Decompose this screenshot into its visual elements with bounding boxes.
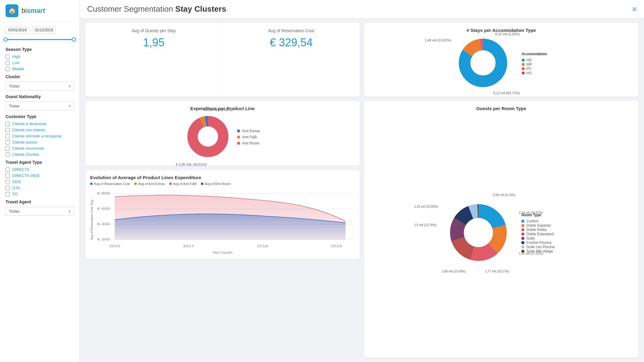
expenditure-legend: Amt Extras Amt F&B Amt Room	[237, 129, 260, 145]
legend-reservation-cost: Avg of Reservation Cost	[90, 182, 130, 186]
main-header: Customer Segmentation Stay Clusters ≡	[80, 0, 644, 18]
legend-avg-room: Avg of Amt Room	[201, 182, 231, 186]
checkbox-cliente-dormido-input[interactable]	[6, 134, 10, 138]
checkbox-cliente-zombie-label[interactable]: Cliente Zombie	[12, 152, 39, 157]
legend-doble-superior: Doble Superior	[521, 223, 554, 228]
evolution-chart-area: Avg of Reservation Cost, Avg...	[90, 187, 355, 250]
checkbox-high: High	[6, 54, 74, 59]
expenditure-card: Expenditure per Product Line € 0,09 mill…	[85, 101, 360, 166]
exp-label-extras: € 0,09 mill. (2,48%)	[203, 108, 232, 112]
home-icon[interactable]: 🏠	[6, 4, 18, 17]
checkbox-gds-label[interactable]: GDS	[12, 179, 21, 184]
checkbox-middle-label[interactable]: Middle	[12, 67, 24, 71]
kpi-guests-value: 1,95	[88, 36, 219, 49]
checkbox-to: TO	[6, 192, 74, 196]
room-label-confort-piscina: 1,15 mil (10,55%)	[414, 205, 438, 208]
svg-point-8	[198, 127, 218, 146]
checkbox-cliente-interes-input[interactable]	[6, 128, 10, 132]
cluster-arrow-icon: ▾	[69, 84, 71, 88]
checkbox-ota: OTA	[6, 186, 74, 190]
date-start[interactable]: 02/01/2016	[6, 27, 29, 33]
checkbox-cliente-dormido-label[interactable]: Cliente dormido a recuperar	[12, 134, 62, 138]
accom-label-1: 0,22 mil (2,02%)	[495, 32, 520, 36]
legend-fb: Amt F&B	[237, 135, 260, 139]
checkbox-low: Low	[6, 60, 74, 65]
expenditure-chart-wrap: € 0,09 mill. (2,48%) € 3,36 mill. (93,61…	[90, 114, 355, 161]
svg-point-4	[471, 51, 495, 75]
cluster-value: Todas	[9, 84, 20, 88]
kpi-reservation-label: Avg of Reservation Cost	[226, 28, 357, 33]
checkbox-cliente-interes-label[interactable]: Cliente con interés	[12, 128, 45, 132]
checkbox-cliente-dinamizar-label[interactable]: Cliente a dinamizar	[12, 121, 46, 126]
checkbox-middle-input[interactable]	[6, 67, 10, 71]
season-type-title: Season Type	[6, 47, 74, 52]
checkbox-cliente-zombie: Cliente Zombie	[6, 152, 74, 157]
checkbox-cliente-zombie-input[interactable]	[6, 152, 10, 157]
checkbox-directa-web-label[interactable]: DIRECTA WEB	[12, 173, 40, 178]
accommodation-donut	[455, 35, 511, 90]
checkbox-directa-web-input[interactable]	[6, 174, 10, 178]
cluster-dropdown[interactable]: Todas ▾	[6, 82, 74, 90]
checkbox-to-label[interactable]: TO	[12, 192, 18, 196]
expenditure-donut	[185, 114, 231, 160]
room-label-doble-superior: 1,91 mil (17,51%)	[519, 252, 543, 255]
checkbox-ota-label[interactable]: OTA	[12, 186, 20, 190]
page-title-normal: Customer Segmentation	[87, 4, 175, 13]
svg-text:2019: 2019	[331, 244, 342, 248]
kpi-reservation: Avg of Reservation Cost € 329,54	[223, 23, 360, 97]
checkbox-high-label[interactable]: High	[12, 54, 21, 59]
checkbox-directa-label[interactable]: DIRECTA	[12, 167, 29, 172]
hamburger-menu-icon[interactable]: ≡	[632, 5, 637, 13]
svg-text:€ 400: € 400	[97, 222, 110, 226]
travel-agent-arrow-icon: ▾	[69, 209, 71, 214]
svg-text:2017: 2017	[183, 244, 194, 248]
travel-agent-value: Todas	[9, 209, 20, 214]
area-chart-svg: € 200 € 400 € 600 € 800	[96, 187, 355, 249]
date-slider[interactable]	[6, 37, 74, 43]
checkbox-cliente-pasivo-label[interactable]: Cliente pasivo	[12, 140, 37, 144]
room-label-suite: 1,5 mil (13,76%)	[414, 223, 436, 227]
checkbox-cliente-dormido: Cliente dormido a recuperar	[6, 134, 74, 138]
checkbox-gds-input[interactable]	[6, 180, 10, 184]
page-title: Customer Segmentation Stay Clusters	[87, 4, 226, 14]
sidebar-content: 02/01/2016 31/12/2019 Season Type High L…	[0, 22, 79, 362]
legend-doble-estandard: Doble Estandard	[521, 232, 554, 236]
checkbox-cliente-recurrente-label[interactable]: Cliente recurrente	[12, 146, 44, 151]
logo-smart: smart	[27, 7, 45, 14]
legend-hd: HD	[522, 58, 547, 62]
evolution-card: Evolution of Average of Product Lines Ex…	[85, 170, 360, 259]
logo-text: bismart	[21, 7, 45, 15]
y-axis-label: Avg of Reservation Cost, Avg...	[90, 187, 96, 250]
evolution-title: Evolution of Average of Product Lines Ex…	[90, 175, 355, 180]
travel-agent-dropdown[interactable]: Todas ▾	[6, 207, 74, 216]
checkbox-directa-web: DIRECTA WEB	[6, 173, 74, 178]
checkbox-cliente-dinamizar-input[interactable]	[6, 122, 10, 126]
checkbox-cliente-recurrente: Cliente recurrente	[6, 146, 74, 151]
sidebar: 🏠 bismart 02/01/2016 31/12/2019 Season T…	[0, 0, 80, 362]
date-end[interactable]: 31/12/2019	[32, 27, 56, 33]
guest-nationality-arrow-icon: ▾	[69, 104, 71, 108]
svg-text:2016: 2016	[109, 244, 121, 248]
main-body: Avg of Guests per Stay 1,95 Avg of Reser…	[80, 18, 644, 362]
legend-doble-petita: Doble Petita	[521, 228, 554, 232]
checkbox-cliente-pasivo: Cliente pasivo	[6, 140, 74, 144]
slider-thumb-right[interactable]	[72, 37, 76, 42]
checkbox-high-input[interactable]	[6, 55, 10, 59]
kpi-reservation-value: € 329,54	[226, 36, 357, 49]
svg-text:€ 600: € 600	[97, 207, 110, 211]
checkbox-ota-input[interactable]	[6, 186, 10, 190]
legend-pc: PC	[522, 67, 547, 71]
slider-thumb-left[interactable]	[3, 37, 8, 42]
checkbox-to-input[interactable]	[6, 192, 10, 196]
checkbox-low-input[interactable]	[6, 61, 10, 65]
checkbox-low-label[interactable]: Low	[12, 60, 20, 65]
legend-room: Amt Room	[237, 141, 260, 145]
guest-nationality-dropdown[interactable]: Todas ▾	[6, 102, 74, 110]
main-area: Customer Segmentation Stay Clusters ≡ Av…	[80, 0, 644, 362]
slider-track	[6, 39, 74, 40]
checkbox-cliente-recurrente-input[interactable]	[6, 146, 10, 151]
checkbox-cliente-pasivo-input[interactable]	[6, 140, 10, 144]
checkbox-directa-input[interactable]	[6, 168, 10, 172]
legend-avg-fb: Avg of Amt F&B	[169, 182, 197, 186]
guest-nationality-title: Guest Nationality	[6, 94, 74, 99]
